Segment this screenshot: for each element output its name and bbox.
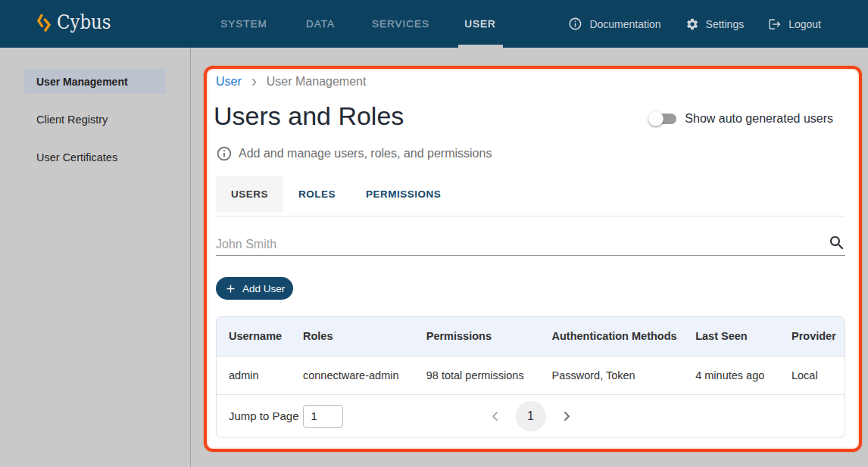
sidebar: User Management Client Registry User Cer… [0,48,191,467]
cell-provider: Local [779,356,845,394]
chevron-right-icon [248,76,261,89]
magnifier-icon [828,234,846,252]
info-icon [568,17,582,31]
page-title: Users and Roles [214,101,404,131]
content-tabs: USERS ROLES PERMISSIONS [216,176,456,212]
toggle-label: Show auto generated users [685,112,833,126]
nav-tab-user[interactable]: USER [464,0,496,48]
col-last-seen: Last Seen [683,317,779,356]
users-table: Username Roles Permissions Authenticatio… [216,316,845,437]
gear-icon [685,17,699,31]
cybus-logo-icon [35,11,51,33]
sidebar-item-label: User Management [36,76,128,88]
page-description-row: Add and manage users, roles, and permiss… [216,145,492,162]
search-icon[interactable] [828,234,846,255]
sidebar-item-user-management[interactable]: User Management [24,69,166,94]
switch-knob [648,111,663,126]
nav-tab-services[interactable]: SERVICES [372,0,429,48]
cybus-logo[interactable]: Cybus [35,11,118,33]
chevron-right-icon [557,407,576,425]
cell-username: admin [217,356,291,394]
col-provider: Provider [779,317,845,356]
page-body: User Management Client Registry User Cer… [0,48,868,467]
previous-page-button[interactable] [486,406,505,426]
tab-permissions[interactable]: PERMISSIONS [351,176,456,212]
table-header-row: Username Roles Permissions Authenticatio… [217,317,845,356]
top-navbar: Cybus SYSTEM DATA SERVICES USER Document… [0,0,868,48]
nav-action-label: Logout [788,18,821,30]
nav-tab-label: DATA [306,18,335,30]
breadcrumb-link-user[interactable]: User [216,75,242,89]
settings-button[interactable]: Settings [685,17,745,31]
breadcrumb-current: User Management [267,75,367,89]
search-input[interactable] [216,230,845,255]
col-username: Username [217,317,291,356]
sidebar-item-label: Client Registry [36,114,108,126]
documentation-button[interactable]: Documentation [568,17,660,31]
tab-users[interactable]: USERS [216,176,283,212]
breadcrumb: User User Management [216,75,366,89]
sidebar-item-client-registry[interactable]: Client Registry [24,107,166,132]
nav-tab-label: SYSTEM [220,18,267,30]
logout-icon [768,17,782,31]
next-page-button[interactable] [557,406,576,426]
table-row-admin[interactable]: admin connectware-admin 98 total permiss… [217,356,845,394]
cell-last-seen: 4 minutes ago [683,356,779,394]
table-footer: Jump to Page 1 [217,394,845,437]
tabs-divider [216,216,845,216]
sidebar-item-label: User Certificates [36,151,117,163]
nav-tab-label: USER [464,18,496,30]
nav-tab-label: SERVICES [372,18,429,30]
nav-actions: Documentation Settings Logout [568,0,821,48]
cell-auth-methods: Password, Token [539,356,683,394]
logo-text: Cybus [57,11,111,33]
info-outline-icon [216,145,233,162]
col-auth-methods: Authentication Methods [539,317,683,356]
sidebar-item-user-certificates[interactable]: User Certificates [24,145,166,170]
nav-tab-data[interactable]: DATA [306,0,335,48]
nav-action-label: Settings [706,18,745,30]
col-permissions: Permissions [414,317,540,356]
nav-tab-system[interactable]: SYSTEM [220,0,267,48]
breadcrumb-separator-icon [248,76,261,89]
nav-action-label: Documentation [589,18,660,30]
chevron-left-icon [486,407,504,425]
show-auto-generated-users-switch[interactable] [648,111,676,127]
add-user-button[interactable]: Add User [216,277,293,300]
jump-to-page-input[interactable] [303,405,343,428]
logout-button[interactable]: Logout [768,17,821,31]
search-field [216,230,845,256]
auto-generated-users-toggle-row: Show auto generated users [648,111,833,127]
cell-roles: connectware-admin [291,356,414,394]
content-card-highlighted: User User Management Users and Roles Sho… [204,66,862,452]
jump-to-page-label: Jump to Page [229,409,299,422]
plus-icon [224,282,237,295]
page-description: Add and manage users, roles, and permiss… [239,147,492,160]
cell-permissions: 98 total permissions [414,356,540,394]
tab-roles[interactable]: ROLES [283,176,351,212]
add-user-label: Add User [242,283,285,294]
page-1-button[interactable]: 1 [516,401,546,431]
main-area: User User Management Users and Roles Sho… [191,48,868,467]
col-roles: Roles [291,317,414,356]
